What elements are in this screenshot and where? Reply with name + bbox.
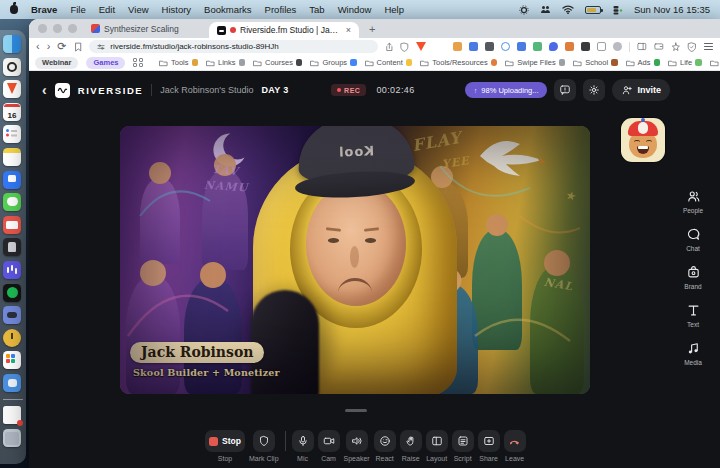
leave-button[interactable] <box>504 430 526 452</box>
new-tab-button[interactable]: + <box>369 23 375 35</box>
bookmark-folder-tools[interactable]: Tools <box>159 58 198 67</box>
wifi-icon[interactable] <box>562 5 574 14</box>
stop-button[interactable]: Stop <box>205 430 245 452</box>
dock-icon-calendar[interactable]: 16 <box>3 103 21 121</box>
bookmark-games[interactable]: Games <box>86 57 125 69</box>
dock-icon-discord[interactable] <box>3 306 21 324</box>
extension-icon[interactable] <box>517 42 526 51</box>
menu-bookmarks[interactable]: Bookmarks <box>204 4 252 15</box>
dock-trash[interactable] <box>3 429 21 447</box>
mark-clip-button[interactable] <box>253 430 275 452</box>
menu-tab[interactable]: Tab <box>309 4 324 15</box>
battery-icon[interactable] <box>585 6 601 14</box>
menu-clock[interactable]: Sun Nov 16 15:35 <box>634 4 710 15</box>
dock-icon-clock[interactable] <box>3 329 21 347</box>
layout-button[interactable] <box>426 430 448 452</box>
dock-icon-keynote[interactable] <box>3 171 21 189</box>
bookmark-folder-ads[interactable]: Ads <box>626 58 660 67</box>
menu-edit[interactable]: Edit <box>99 4 115 15</box>
extension-icon[interactable] <box>501 42 510 51</box>
traffic-light-close[interactable] <box>38 24 47 33</box>
menu-profiles[interactable]: Profiles <box>265 4 297 15</box>
tab-synthesizer-scaling[interactable]: Synthesizer Scaling <box>83 19 209 38</box>
dock-minimized-window[interactable] <box>3 406 21 424</box>
invite-button[interactable]: Invite <box>612 79 670 101</box>
brave-shields-icon[interactable] <box>400 42 409 52</box>
dock-icon-mail[interactable] <box>3 216 21 234</box>
tab-close-icon[interactable]: × <box>346 26 351 35</box>
settings-status-icon[interactable] <box>519 5 529 15</box>
rail-item-chat[interactable]: Chat <box>670 227 716 252</box>
dock-icon-finder[interactable] <box>3 35 21 53</box>
tab-riverside-active[interactable]: Riverside.fm Studio | Jack R × <box>209 22 359 38</box>
extensions-puzzle-icon[interactable] <box>597 42 606 51</box>
leo-star-icon[interactable] <box>671 42 681 52</box>
host-avatar[interactable] <box>621 118 665 162</box>
menu-help[interactable]: Help <box>384 4 404 15</box>
back-chevron-icon[interactable]: ‹ <box>42 83 47 97</box>
toolbar-drag-handle[interactable] <box>345 409 367 412</box>
shortcuts-status-icon[interactable] <box>540 5 551 14</box>
back-button[interactable]: ‹ <box>36 41 40 52</box>
user-switch-icon[interactable] <box>612 5 623 15</box>
mic-button[interactable] <box>292 430 314 452</box>
menu-history[interactable]: History <box>162 4 192 15</box>
url-field[interactable]: riverside.fm/studio/jack-robinsons-studi… <box>89 40 377 53</box>
rail-item-brand[interactable]: Brand <box>670 265 716 290</box>
extension-icon[interactable] <box>565 42 574 51</box>
dock-icon-robot-app[interactable] <box>3 374 21 392</box>
extension-icon[interactable] <box>549 42 558 51</box>
traffic-light-zoom[interactable] <box>68 24 77 33</box>
browser-menu-icon[interactable] <box>704 43 713 50</box>
profile-avatar-icon[interactable] <box>613 42 622 51</box>
menu-window[interactable]: Window <box>338 4 372 15</box>
dock-icon-spotify[interactable] <box>3 284 21 302</box>
sidebar-toggle-icon[interactable] <box>637 42 647 51</box>
bookmark-flag-icon[interactable] <box>74 42 83 52</box>
wallet-icon[interactable] <box>654 42 664 51</box>
raise-hand-button[interactable] <box>400 430 422 452</box>
rail-item-text[interactable]: Text <box>670 303 716 328</box>
share-screen-button[interactable] <box>478 430 500 452</box>
apple-icon[interactable] <box>10 5 18 14</box>
extension-icon[interactable] <box>469 42 478 51</box>
bookmark-folder-groups[interactable]: Groups <box>310 58 356 67</box>
extension-icon[interactable] <box>485 42 494 51</box>
dock-icon-audio-app[interactable] <box>3 261 21 279</box>
extension-icon[interactable] <box>581 42 590 51</box>
bookmark-folder-school[interactable]: School <box>573 58 617 67</box>
bookmark-webinar[interactable]: Webinar <box>35 57 78 69</box>
menu-file[interactable]: File <box>70 4 85 15</box>
apps-grid-icon[interactable] <box>133 58 143 68</box>
bookmark-folder-swipe-files[interactable]: Swipe Files <box>505 58 565 67</box>
brave-rewards-icon[interactable] <box>416 42 426 51</box>
reload-button[interactable]: ⟳ <box>57 41 66 52</box>
script-button[interactable] <box>452 430 474 452</box>
bookmark-folder-finances[interactable]: Finances <box>710 58 720 67</box>
bookmark-folder-content[interactable]: Content <box>365 58 413 67</box>
traffic-light-minimize[interactable] <box>53 24 62 33</box>
feedback-button[interactable] <box>554 79 576 101</box>
privacy-shield-icon[interactable] <box>687 42 697 52</box>
react-button[interactable] <box>374 430 396 452</box>
dock-icon-notes[interactable] <box>3 148 21 166</box>
forward-button[interactable]: › <box>47 41 51 52</box>
bookmark-folder-life[interactable]: Life <box>668 58 702 67</box>
menu-view[interactable]: View <box>128 4 148 15</box>
extension-icon[interactable] <box>453 42 462 51</box>
bookmark-folder-tools-resources[interactable]: Tools/Resources <box>420 58 497 67</box>
rail-item-media[interactable]: Media <box>670 341 716 366</box>
upload-progress-pill[interactable]: ↑ 98% Uploading... <box>465 82 548 98</box>
settings-button[interactable] <box>583 79 605 101</box>
bookmark-folder-courses[interactable]: Courses <box>253 58 302 67</box>
dock-icon-reminders[interactable] <box>3 125 21 143</box>
bookmark-folder-links[interactable]: Links <box>206 58 245 67</box>
extension-icon[interactable] <box>533 42 542 51</box>
dock-icon-calculator[interactable] <box>3 351 21 369</box>
cam-button[interactable] <box>318 430 340 452</box>
rail-item-people[interactable]: People <box>670 189 716 214</box>
speaker-button[interactable] <box>346 430 368 452</box>
menu-app-name[interactable]: Brave <box>31 4 57 15</box>
dock-icon-chatgpt[interactable] <box>3 58 21 76</box>
dock-icon-books[interactable] <box>3 238 21 256</box>
